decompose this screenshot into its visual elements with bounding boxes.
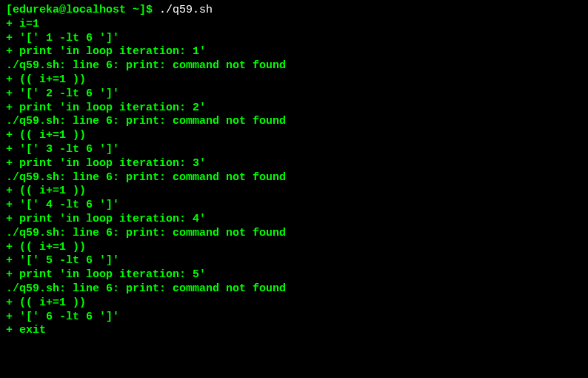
prompt-user: edureka <box>13 4 59 16</box>
prompt-host: localhost <box>66 4 126 16</box>
output-line: ./q59.sh: line 6: print: command not fou… <box>6 171 582 185</box>
output-line: + print 'in loop iteration: 1' <box>6 45 582 59</box>
output-line: ./q59.sh: line 6: print: command not fou… <box>6 115 582 129</box>
output-line: + '[' 6 -lt 6 ']' <box>6 311 582 325</box>
output-line: + exit <box>6 324 582 338</box>
prompt-path: ~ <box>133 4 139 16</box>
output-line: ./q59.sh: line 6: print: command not fou… <box>6 59 582 73</box>
prompt-open-bracket: [ <box>6 4 13 16</box>
output-line: + (( i+=1 )) <box>6 241 582 255</box>
output-line: ./q59.sh: line 6: print: command not fou… <box>6 282 582 296</box>
prompt-space <box>126 4 133 16</box>
prompt-end: ]$ <box>139 4 159 16</box>
output-line: + (( i+=1 )) <box>6 73 582 87</box>
command-input[interactable]: ./q59.sh <box>159 4 213 16</box>
prompt-line: [edureka@localhost ~]$ ./q59.sh <box>6 4 582 18</box>
output-line: + print 'in loop iteration: 4' <box>6 213 582 227</box>
output-line: + '[' 1 -lt 6 ']' <box>6 32 582 46</box>
prompt-at: @ <box>59 4 66 16</box>
output-line: + '[' 4 -lt 6 ']' <box>6 199 582 213</box>
output-line: + '[' 2 -lt 6 ']' <box>6 87 582 102</box>
output-line: + i=1 <box>6 18 582 32</box>
output-line: ./q59.sh: line 6: print: command not fou… <box>6 227 582 241</box>
output-line: + (( i+=1 )) <box>6 129 582 143</box>
output-line: + (( i+=1 )) <box>6 296 582 311</box>
output-line: + '[' 5 -lt 6 ']' <box>6 254 582 268</box>
output-line: + print 'in loop iteration: 3' <box>6 157 582 171</box>
output-line: + (( i+=1 )) <box>6 185 582 199</box>
output-line: + print 'in loop iteration: 2' <box>6 102 582 116</box>
output-line: + print 'in loop iteration: 5' <box>6 268 582 282</box>
output-line: + '[' 3 -lt 6 ']' <box>6 143 582 157</box>
